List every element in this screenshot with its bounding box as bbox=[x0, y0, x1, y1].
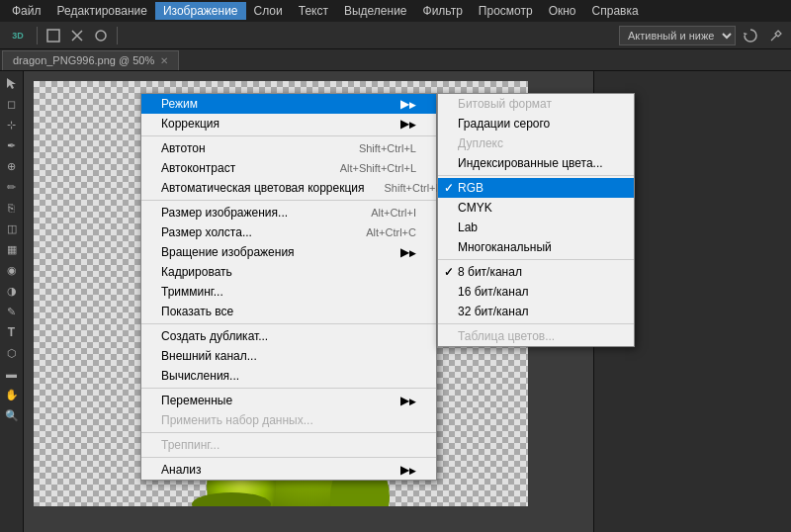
analysis-menu-item[interactable]: Анализ ▶ bbox=[141, 460, 436, 480]
tool-icon-1 bbox=[46, 29, 60, 43]
tab-close-icon[interactable]: ✕ bbox=[160, 55, 168, 66]
mode-sep-3 bbox=[438, 323, 634, 324]
8bit-sub-item[interactable]: ✓ 8 бит/канал bbox=[438, 262, 634, 282]
32bit-sub-item[interactable]: 32 бит/канал bbox=[438, 302, 634, 321]
tool-btn-3[interactable] bbox=[90, 25, 112, 46]
autocontrast-menu-item[interactable]: Автоконтраст Alt+Shift+Ctrl+L bbox=[141, 158, 436, 178]
help-menu[interactable]: Справка bbox=[584, 2, 647, 20]
apply-dataset-menu-item: Применить набор данных... bbox=[141, 410, 436, 430]
mode-sep-1 bbox=[438, 175, 634, 176]
crop-tool[interactable]: ⊹ bbox=[2, 115, 22, 134]
edit-menu[interactable]: Редактирование bbox=[49, 2, 155, 20]
rgb-check-icon: ✓ bbox=[444, 181, 454, 195]
main-area: ◻ ⊹ ✒ ⊕ ✏ ⎘ ◫ ▦ ◉ ◑ ✎ T ⬡ ▬ ✋ 🔍 bbox=[0, 71, 791, 532]
mode-arrow-icon: ▶ bbox=[400, 97, 416, 111]
tool-btn-2[interactable] bbox=[66, 25, 88, 46]
menubar: Файл Редактирование Изображение Слои Тек… bbox=[0, 0, 791, 22]
mode-menu-item[interactable]: Режим ▶ bbox=[141, 94, 436, 114]
3d-tool-btn[interactable]: 3D bbox=[4, 25, 32, 46]
tool-icon-3 bbox=[94, 29, 108, 43]
healing-tool[interactable]: ⊕ bbox=[2, 156, 22, 176]
eraser-tool[interactable]: ◫ bbox=[2, 219, 22, 238]
tabbar: dragon_PNG996.png @ 50% ✕ bbox=[0, 49, 791, 71]
correction-menu-item[interactable]: Коррекция ▶ bbox=[141, 114, 436, 133]
variables-arrow-icon: ▶ bbox=[400, 394, 416, 407]
tab-label: dragon_PNG996.png @ 50% bbox=[13, 54, 154, 66]
filter-menu[interactable]: Фильтр bbox=[415, 2, 471, 20]
toolbar-right: Активный и ниже bbox=[619, 25, 787, 46]
mode-submenu: Битовый формат Градации серого Дуплекс И… bbox=[437, 93, 635, 347]
menu-sep-1 bbox=[141, 135, 436, 136]
pen-tool[interactable]: ✎ bbox=[2, 302, 22, 321]
zoom-tool[interactable]: 🔍 bbox=[2, 405, 22, 425]
8bit-check-icon: ✓ bbox=[444, 265, 454, 279]
reveal-all-menu-item[interactable]: Показать все bbox=[141, 302, 436, 321]
calculations-menu-item[interactable]: Вычисления... bbox=[141, 366, 436, 386]
clone-tool[interactable]: ⎘ bbox=[2, 198, 22, 218]
variables-menu-item[interactable]: Переменные ▶ bbox=[141, 391, 436, 410]
menu-sep-2 bbox=[141, 200, 436, 201]
svg-point-1 bbox=[96, 31, 106, 41]
gradient-tool[interactable]: ▦ bbox=[2, 239, 22, 259]
brush-tool[interactable]: ✏ bbox=[2, 177, 22, 197]
duplicate-menu-item[interactable]: Создать дубликат... bbox=[141, 326, 436, 346]
cmyk-sub-item[interactable]: CMYK bbox=[438, 198, 634, 218]
image-menu[interactable]: Изображение bbox=[155, 2, 246, 20]
text-tool[interactable]: T bbox=[2, 322, 22, 342]
crop-menu-item[interactable]: Кадрировать bbox=[141, 262, 436, 282]
window-menu[interactable]: Окно bbox=[541, 2, 584, 20]
menu-sep-5 bbox=[141, 432, 436, 433]
view-menu[interactable]: Просмотр bbox=[471, 2, 541, 20]
eyedropper-tool[interactable]: ✒ bbox=[2, 135, 22, 155]
bitmap-sub-item: Битовый формат bbox=[438, 94, 634, 114]
analysis-arrow-icon: ▶ bbox=[400, 463, 416, 477]
toolbar-sep-2 bbox=[117, 27, 118, 44]
shape-tool[interactable]: ▬ bbox=[2, 364, 22, 384]
canvas-size-menu-item[interactable]: Размер холста... Alt+Ctrl+C bbox=[141, 222, 436, 242]
rotate-3d-btn[interactable] bbox=[740, 25, 761, 46]
duotone-sub-item: Дуплекс bbox=[438, 133, 634, 153]
layers-menu[interactable]: Слои bbox=[246, 2, 291, 20]
correction-arrow-icon: ▶ bbox=[400, 117, 416, 131]
lasso-tool[interactable]: ◻ bbox=[2, 94, 22, 114]
color-table-sub-item: Таблица цветов... bbox=[438, 326, 634, 346]
external-channel-menu-item[interactable]: Внешний канал... bbox=[141, 346, 436, 366]
image-size-menu-item[interactable]: Размер изображения... Alt+Ctrl+I bbox=[141, 203, 436, 222]
file-menu[interactable]: Файл bbox=[4, 2, 49, 20]
rotate-arrow-icon: ▶ bbox=[400, 245, 416, 259]
grayscale-sub-item[interactable]: Градации серого bbox=[438, 114, 634, 133]
autotone-menu-item[interactable]: Автотон Shift+Ctrl+L bbox=[141, 138, 436, 158]
selection-menu[interactable]: Выделение bbox=[336, 2, 415, 20]
mode-sep-2 bbox=[438, 259, 634, 260]
menu-sep-3 bbox=[141, 323, 436, 324]
dodge-tool[interactable]: ◑ bbox=[2, 281, 22, 301]
trim-menu-item[interactable]: Тримминг... bbox=[141, 282, 436, 302]
svg-rect-0 bbox=[47, 30, 59, 42]
wrench-icon bbox=[769, 29, 783, 43]
left-toolbar: ◻ ⊹ ✒ ⊕ ✏ ⎘ ◫ ▦ ◉ ◑ ✎ T ⬡ ▬ ✋ 🔍 bbox=[0, 71, 24, 532]
extra-btn[interactable] bbox=[765, 25, 787, 46]
menu-sep-4 bbox=[141, 388, 436, 389]
path-tool[interactable]: ⬡ bbox=[2, 343, 22, 363]
arrow-icon bbox=[5, 76, 19, 90]
indexed-sub-item[interactable]: Индексированные цвета... bbox=[438, 153, 634, 173]
mode-select[interactable]: Активный и ниже bbox=[619, 26, 736, 45]
rotate-icon bbox=[743, 28, 758, 44]
multichannel-sub-item[interactable]: Многоканальный bbox=[438, 237, 634, 257]
rgb-sub-item[interactable]: ✓ RGB bbox=[438, 178, 634, 198]
lab-sub-item[interactable]: Lab bbox=[438, 218, 634, 237]
menu-sep-6 bbox=[141, 457, 436, 458]
rotate-menu-item[interactable]: Вращение изображения ▶ bbox=[141, 242, 436, 262]
trapping-menu-item: Треппинг... bbox=[141, 435, 436, 455]
image-tab[interactable]: dragon_PNG996.png @ 50% ✕ bbox=[2, 50, 179, 70]
tool-btn-1[interactable] bbox=[43, 25, 64, 46]
toolbar: 3D Активный и ниже bbox=[0, 22, 791, 49]
tool-icon-2 bbox=[70, 29, 84, 43]
hand-tool[interactable]: ✋ bbox=[2, 385, 22, 404]
auto-color-menu-item[interactable]: Автоматическая цветовая коррекция Shift+… bbox=[141, 178, 436, 198]
select-tool[interactable] bbox=[2, 73, 22, 93]
text-menu[interactable]: Текст bbox=[291, 2, 336, 20]
image-menu-dropdown: Режим ▶ Коррекция ▶ Автотон Shift+Ctrl+L… bbox=[140, 93, 437, 481]
16bit-sub-item[interactable]: 16 бит/канал bbox=[438, 282, 634, 302]
blur-tool[interactable]: ◉ bbox=[2, 260, 22, 280]
